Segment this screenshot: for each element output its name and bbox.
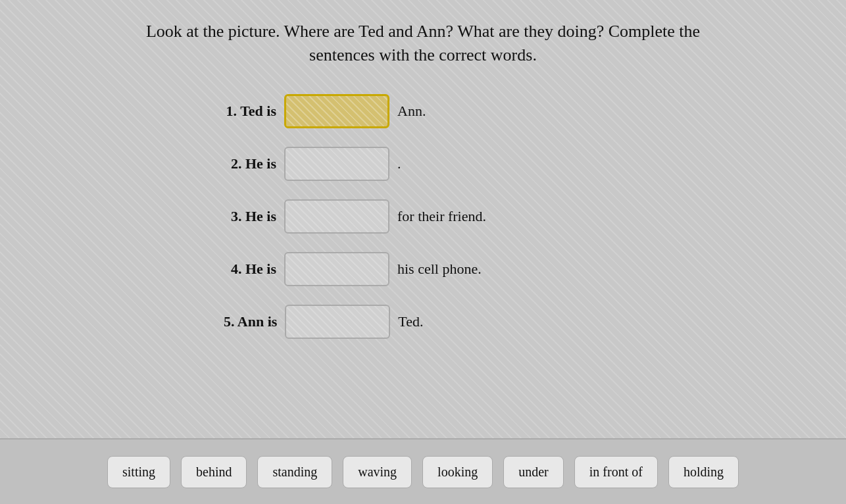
word-chip-looking[interactable]: looking [422,456,493,488]
word-chip-standing[interactable]: standing [257,456,332,488]
sentence-suffix-5: Ted. [398,313,423,330]
instruction: Look at the picture. Where are Ted and A… [146,20,700,68]
sentences-area: 1. Ted is Ann. 2. He is . 3. He is for t… [39,94,807,339]
sentence-suffix-3: for their friend. [397,208,486,225]
sentence-label-5: 5. Ann is [224,313,277,330]
answer-box-3[interactable] [284,199,389,234]
sentence-row-2: 2. He is . [224,147,401,181]
sentence-suffix-2: . [397,155,401,172]
sentence-row-1: 1. Ted is Ann. [224,94,426,128]
sentence-label-4: 4. He is [224,261,276,278]
answer-box-4[interactable] [284,252,389,286]
word-chip-sitting[interactable]: sitting [107,456,170,488]
sentence-label-3: 3. He is [224,208,276,225]
sentence-row-4: 4. He is his cell phone. [224,252,482,286]
sentence-label-1: 1. Ted is [224,103,276,120]
sentence-row-3: 3. He is for their friend. [224,199,486,234]
answer-box-2[interactable] [284,147,389,181]
answer-box-1[interactable] [284,94,389,128]
main-content: Look at the picture. Where are Ted and A… [0,0,846,438]
word-chip-in-front-of[interactable]: in front of [574,456,658,488]
word-bank: sitting behind standing waving looking u… [0,438,846,504]
word-chip-behind[interactable]: behind [181,456,247,488]
word-chip-holding[interactable]: holding [668,456,739,488]
answer-box-5[interactable] [285,305,390,339]
sentence-suffix-1: Ann. [397,103,426,120]
sentence-suffix-4: his cell phone. [397,261,482,278]
word-chip-waving[interactable]: waving [343,456,412,488]
sentence-label-2: 2. He is [224,155,276,172]
sentence-row-5: 5. Ann is Ted. [224,305,424,339]
word-chip-under[interactable]: under [503,456,564,488]
